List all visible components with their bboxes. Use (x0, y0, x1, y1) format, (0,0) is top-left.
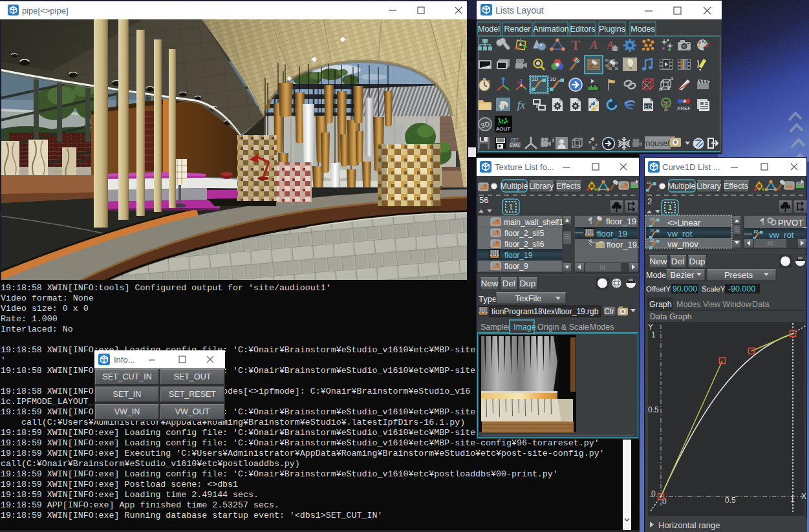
svg-text:Effects: Effects (724, 182, 748, 191)
svg-text:<>Linear: <>Linear (667, 218, 701, 228)
svg-text:Multiple: Multiple (500, 182, 528, 191)
svg-text:main_wall_shelf1: main_wall_shelf1 (504, 218, 563, 227)
svg-text:Multiple: Multiple (667, 182, 695, 191)
svg-text:Clr: Clr (604, 307, 614, 316)
svg-text:EVAL: EVAL (510, 143, 521, 147)
svg-text:0: 0 (659, 87, 662, 92)
svg-text:Modes: Modes (590, 323, 614, 332)
svg-text:Effects: Effects (556, 182, 581, 191)
svg-text:tionProgram18\tex\floor_19.rgb: tionProgram18\tex\floor_19.rgb (491, 307, 599, 316)
svg-text:PIVOT_E: PIVOT_E (778, 218, 807, 228)
svg-text:vw_rot: vw_rot (769, 230, 794, 240)
svg-text:i: i (552, 137, 554, 144)
svg-text:1: 1 (651, 330, 656, 339)
svg-text:mouse0: mouse0 (643, 139, 673, 148)
svg-text:2: 2 (647, 197, 652, 206)
svg-text:Origin & Scale: Origin & Scale (537, 323, 589, 332)
svg-text:Presets: Presets (724, 270, 753, 280)
svg-text:Del: Del (502, 279, 515, 288)
svg-text:T: T (571, 37, 580, 53)
svg-text:Bezier: Bezier (671, 270, 695, 280)
svg-text:Modes: Modes (676, 300, 701, 309)
svg-text:New: New (649, 257, 667, 266)
svg-text:vw_rot: vw_rot (667, 229, 693, 239)
svg-text:Model: Model (478, 25, 500, 34)
svg-text:Editors: Editors (570, 25, 596, 34)
svg-text:TexFile: TexFile (515, 293, 541, 303)
svg-text:Library: Library (529, 182, 554, 191)
svg-text:Plugins: Plugins (599, 25, 625, 34)
svg-text:1D: 1D (532, 76, 538, 82)
svg-text:OFF: OFF (511, 138, 519, 142)
svg-text:View Window: View Window (703, 300, 752, 309)
svg-text:floor_19: floor_19 (606, 217, 636, 226)
svg-text:Modes: Modes (631, 25, 655, 34)
svg-text:Graph: Graph (649, 300, 672, 309)
svg-text:1: 1 (509, 203, 513, 211)
svg-text:vw_mov: vw_mov (667, 239, 698, 249)
svg-text:floor_9: floor_9 (504, 262, 528, 271)
svg-text:0.5: 0.5 (725, 496, 736, 505)
svg-text:Library: Library (696, 182, 722, 191)
svg-text:3D: 3D (550, 76, 556, 82)
svg-text:floor_19: floor_19 (504, 251, 533, 260)
svg-text:Dup: Dup (520, 279, 536, 288)
svg-text:Horizontal range: Horizontal range (658, 520, 720, 530)
svg-text:fx: fx (517, 99, 526, 111)
svg-text:Image: Image (513, 323, 536, 332)
svg-text:Data Graph: Data Graph (650, 312, 692, 321)
svg-text:floor_19.r: floor_19.r (607, 240, 639, 250)
svg-text:floor_2_sil6: floor_2_sil6 (504, 240, 545, 249)
svg-text:floor_2_sil5: floor_2_sil5 (504, 229, 545, 238)
svg-text:56: 56 (479, 195, 488, 205)
svg-text:1: 1 (671, 76, 674, 81)
svg-text:0: 0 (662, 497, 667, 506)
svg-text:AOUT: AOUT (496, 126, 510, 132)
svg-text:0: 0 (651, 489, 656, 498)
svg-text:ED: ED (644, 103, 652, 110)
svg-text:Del: Del (671, 257, 684, 266)
svg-text:-90.000: -90.000 (728, 284, 755, 293)
svg-text:Render: Render (504, 25, 531, 34)
svg-text:1: 1 (668, 204, 672, 211)
svg-text:A: A (589, 38, 598, 52)
svg-text:ScaleY: ScaleY (702, 285, 726, 293)
svg-text:OffsetY: OffsetY (646, 285, 671, 293)
svg-text:0.5: 0.5 (648, 405, 659, 414)
svg-text:XREF: XREF (677, 105, 691, 111)
svg-text:Mode: Mode (646, 271, 666, 280)
svg-text:90.000: 90.000 (673, 284, 697, 293)
svg-text:New: New (480, 279, 498, 288)
svg-text:Animation: Animation (533, 25, 569, 34)
svg-text:Type: Type (479, 294, 497, 304)
svg-text:Data: Data (752, 300, 769, 309)
svg-text:floor_19: floor_19 (597, 229, 627, 239)
svg-text:Dup: Dup (689, 257, 706, 266)
svg-text:Sampler: Sampler (480, 323, 511, 332)
